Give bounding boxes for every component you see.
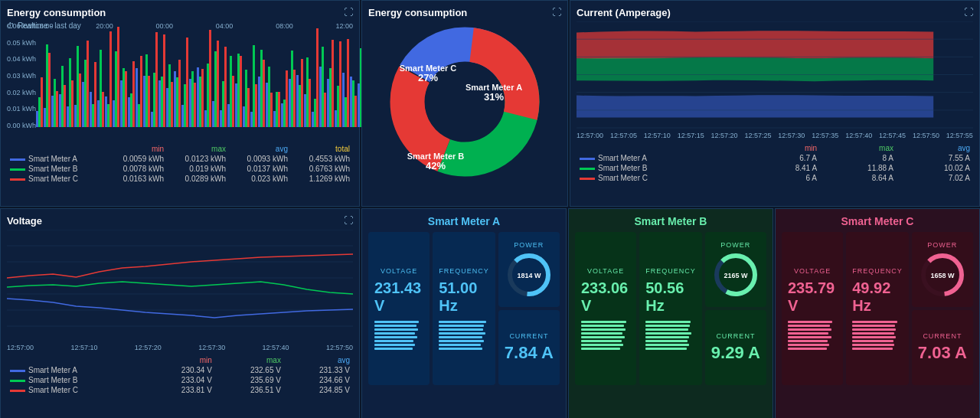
bar: [209, 30, 211, 127]
bar: [201, 69, 204, 127]
current-legend-dot-a: [580, 158, 595, 160]
current-value-c: 7.03 A: [918, 343, 967, 363]
bar-group: [289, 51, 296, 127]
voltage-panel: Voltage ⛶ 12:57:00 12:57:10: [0, 208, 360, 418]
legend-dot-a: [10, 158, 25, 161]
bar: [224, 47, 227, 127]
bar: [324, 93, 326, 127]
voltage-label-c: VOLTAGE: [794, 267, 831, 275]
expand-icon-current[interactable]: ⛶: [964, 7, 973, 18]
bar: [125, 71, 127, 127]
bar-group: [67, 58, 74, 127]
voltage-legend-row-a: Smart Meter A 230.34 V 232.65 V 231.33 V: [7, 365, 353, 375]
current-legend-dot-b: [580, 168, 595, 170]
bar-group: [212, 41, 219, 127]
bar-group: [273, 92, 280, 127]
current-amperage-panel: Current (Amperage) ⛶: [570, 0, 980, 207]
svg-text:27%: 27%: [418, 72, 438, 83]
current-legend-row-b: Smart Meter B 8.41 A 11.88 A 10.02 A: [577, 163, 973, 173]
dashboard: Energy consumption ⏱ Realtime - last day…: [0, 0, 980, 418]
voltage-legend: min max avg Smart Meter A 230.34 V 232.6…: [7, 355, 353, 395]
bar: [178, 60, 181, 127]
bar-group: [74, 46, 81, 127]
expand-icon-donut[interactable]: ⛶: [552, 7, 561, 18]
meter-a-voltage: VOLTAGE 231.43 V: [368, 232, 430, 385]
bar-group: [90, 62, 96, 127]
bar-group: [197, 67, 204, 127]
frequency-value-b: 50.56 Hz: [645, 279, 696, 315]
current-chart-area: 12:57:00 12:57:05 12:57:10 12:57:15 12:5…: [577, 21, 973, 140]
frequency-bars-c: [852, 321, 903, 350]
smart-meters-panel: Smart Meter A VOLTAGE 231.43 V: [361, 208, 980, 418]
svg-text:31%: 31%: [484, 91, 504, 103]
energy-title: Energy consumption: [7, 7, 353, 18]
smart-meter-a-title: Smart Meter A: [368, 215, 560, 227]
bar: [41, 77, 43, 127]
donut-svg: Smart Meter A 31% Smart Meter B 42% Smar…: [381, 18, 549, 186]
bar: [155, 32, 158, 127]
current-x-axis: 12:57:00 12:57:05 12:57:10 12:57:15 12:5…: [577, 132, 973, 139]
bar-group: [113, 27, 119, 127]
legend-row-a: Smart Meter A 0.0059 kWh 0.0123 kWh 0.00…: [7, 154, 353, 164]
bar: [286, 70, 288, 127]
voltage-title: Voltage: [7, 215, 353, 227]
legend-row-c: Smart Meter C 0.0163 kWh 0.0289 kWh 0.02…: [7, 174, 353, 184]
bar-group: [82, 41, 89, 127]
bar: [140, 56, 142, 127]
bar-group: [158, 34, 165, 127]
svg-text:1658 W: 1658 W: [930, 272, 955, 279]
bar-chart-area: 0.00 kWh 0.01 kWh 0.02 kWh 0.03 kWh 0.04…: [7, 22, 353, 141]
bar-group: [266, 67, 273, 127]
current-legend-row-a: Smart Meter A 6.7 A 8 A 7.55 A: [577, 153, 973, 163]
meter-b-frequency: FREQUENCY 50.56 Hz: [639, 232, 702, 385]
current-legend-row-c: Smart Meter C 6 A 8.64 A 7.02 A: [577, 173, 973, 183]
expand-icon-voltage[interactable]: ⛶: [344, 215, 353, 226]
bar-group: [44, 44, 51, 127]
bar-group: [327, 40, 334, 127]
power-label-b: POWER: [720, 241, 750, 249]
smart-meter-c-panel: Smart Meter C VOLTAGE 235.79 V: [775, 208, 980, 418]
frequency-label-a: FREQUENCY: [439, 267, 489, 275]
bar: [278, 92, 280, 127]
current-label-b: CURRENT: [716, 332, 755, 340]
bar-group: [335, 41, 341, 127]
smart-meter-b-panel: Smart Meter B VOLTAGE 233.06 V: [568, 208, 773, 418]
bar: [48, 53, 51, 127]
bar-group: [174, 60, 181, 127]
bar: [301, 59, 303, 127]
bar-group: [151, 32, 158, 127]
bar: [240, 56, 242, 127]
bar: [247, 88, 250, 127]
voltage-x-axis: 12:57:00 12:57:10 12:57:20 12:57:30 12:5…: [7, 344, 353, 351]
legend-row-b: Smart Meter B 0.0078 kWh 0.019 kWh 0.013…: [7, 164, 353, 174]
voltage-dot-b: [10, 380, 25, 382]
current-value-a: 7.84 A: [505, 343, 554, 363]
bar: [109, 31, 112, 127]
voltage-line-svg: [7, 230, 353, 341]
bar-group: [220, 47, 227, 127]
bar-group: [319, 47, 326, 127]
bar-group: [312, 28, 318, 127]
current-title: Current (Amperage): [577, 7, 973, 18]
meter-c-current: CURRENT 7.03 A: [912, 310, 973, 385]
bar: [186, 38, 188, 127]
bar-group: [342, 39, 349, 127]
bar-group: [128, 61, 135, 127]
bar-group: [143, 54, 150, 127]
voltage-value-a: 231.43 V: [374, 279, 423, 315]
meter-b-grid: VOLTAGE 233.06 V FREQUENCY: [575, 232, 766, 385]
smart-meter-b-title: Smart Meter B: [575, 215, 766, 227]
bar-group: [258, 50, 265, 127]
current-area-svg: [577, 21, 973, 129]
meter-a-power: POWER 1814 W: [498, 232, 560, 307]
bar-group: [350, 77, 357, 127]
current-value-b: 9.29 A: [711, 343, 760, 363]
meter-b-current: CURRENT 9.29 A: [705, 310, 766, 385]
frequency-value-a: 51.00 Hz: [439, 279, 489, 315]
bar: [270, 93, 273, 127]
bar-group: [235, 54, 242, 127]
bar-group: [51, 79, 58, 127]
voltage-bars-c: [788, 321, 837, 350]
expand-icon[interactable]: ⛶: [344, 7, 353, 18]
bar: [263, 60, 265, 127]
